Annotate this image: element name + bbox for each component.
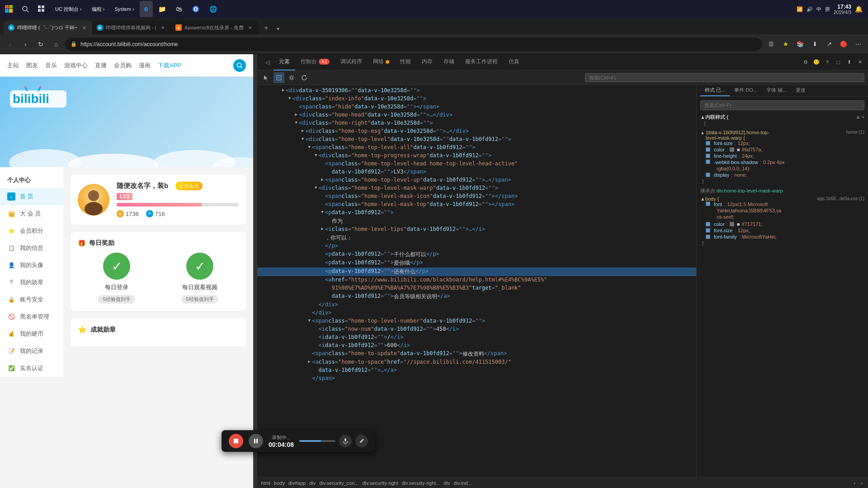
taskbar-app-chrome[interactable] (188, 1, 204, 17)
taskbar-app-system[interactable]: System › (110, 1, 138, 17)
breadcrumb-div2[interactable]: div (444, 480, 450, 486)
devtools-tab-network[interactable]: 网络 (368, 54, 395, 70)
body-color-checkbox[interactable] (706, 222, 710, 226)
toggle-12[interactable]: ▶ (320, 177, 325, 182)
display-checkbox[interactable] (706, 173, 710, 177)
toggle-5[interactable]: ▼ (293, 120, 299, 125)
inline-styles-plus[interactable]: a: + (857, 115, 864, 120)
bili-sidebar-vip[interactable]: 👑 大 会 员 (0, 205, 63, 222)
toggle-34[interactable]: ▶ (307, 359, 312, 364)
browser-tab-2[interactable]: A Apowersoft在线录屏 - 免费 ✕ (171, 21, 258, 34)
code-line-2[interactable]: ▼ <div class = "index-info" data-v-10e32… (257, 95, 696, 103)
recording-pen-button[interactable] (355, 435, 368, 447)
devtools-tab-emulation[interactable]: 仿真 (503, 54, 525, 70)
browser-tab-1[interactable]: B 哔哩哔哩弹幕视频网 - ( ✕ (92, 21, 171, 34)
devtools-resizer[interactable] (253, 54, 257, 488)
breadcrumb-secuity-right[interactable]: div.secuity-right... (402, 480, 440, 486)
new-tab-button[interactable]: + (260, 22, 273, 34)
code-line-20[interactable]: ▶ </p> (257, 242, 696, 250)
bili-nav-home[interactable]: 主站 (7, 60, 19, 71)
reload-button[interactable]: ↻ (34, 38, 47, 51)
recording-stop-button[interactable] (229, 434, 243, 448)
devtools-right-tab-events[interactable]: 事件 DO... (730, 85, 762, 96)
tab-close-1[interactable]: ✕ (159, 24, 166, 31)
breadcrumb-body[interactable]: body (274, 480, 285, 486)
code-line-32[interactable]: ▶ <i data-v-1b0fd912 ="" > 600 </i> (257, 342, 696, 350)
browser-tab-0[interactable]: B 哔哩哔哩 (゜-゜)つロ 干杯~ ✕ (4, 21, 92, 34)
code-line-23[interactable]: ▶ <p data-v-1b0fd912 ="" > 还有什么 </p> (257, 267, 696, 276)
devtools-right-tab-styles[interactable]: 样式 已... (700, 85, 730, 96)
devtools-refresh-tool[interactable] (299, 72, 310, 83)
code-line-10[interactable]: ▶ <span class = "home-top-level-head hom… (257, 160, 696, 168)
devtools-tab-debugger[interactable]: 调试程序 (335, 54, 368, 70)
bili-sidebar-badge[interactable]: 🎖 我的勋章 (0, 274, 63, 291)
bili-sidebar-points[interactable]: ⭐ 会员积分 (0, 222, 63, 239)
devtools-tab-memory[interactable]: 内存 (416, 54, 438, 70)
code-line-1[interactable]: ▶ <div data-v-35019306 ="" data-v-10e325… (257, 87, 696, 95)
bili-sidebar-avatar[interactable]: 👤 我的头像 (0, 257, 63, 274)
bili-sidebar-coins[interactable]: 💰 我的硬币 (0, 325, 63, 343)
devtools-undock-icon[interactable]: ⬆ (844, 58, 854, 67)
code-line-18[interactable]: ▶ <i class = "home-level-tips" data-v-1b… (257, 225, 696, 234)
devtools-tab-elements[interactable]: 元素 (274, 54, 295, 70)
breadcrumb-security-con[interactable]: div.security_con... (319, 480, 359, 486)
devtools-tab-performance[interactable]: 性能 (395, 54, 416, 70)
breadcrumb-prev[interactable]: ‹ (852, 480, 858, 486)
code-line-29[interactable]: ▼ <span class = "home-top-level-number" … (257, 317, 696, 325)
font-size-checkbox[interactable] (706, 141, 710, 145)
taskbar-app-store[interactable]: 🛍 (171, 1, 187, 17)
breadcrumb-divapp[interactable]: div#app (288, 480, 306, 486)
bili-nav-live[interactable]: 直播 (95, 60, 107, 71)
devtools-dock-icon[interactable]: □ (834, 58, 843, 67)
code-line-13[interactable]: ▼ <div class = "home-top-level-mask-warp… (257, 184, 696, 192)
toggle-1[interactable]: ▶ (280, 87, 286, 93)
code-line-3[interactable]: ▶ <span class = "hide" data-v-10e3258d =… (257, 103, 696, 111)
bili-sidebar-blacklist[interactable]: 🚫 黑名单管理 (0, 308, 63, 325)
code-line-27[interactable]: ▶ </div> (257, 301, 696, 309)
taskbar-app-ie[interactable]: e (140, 1, 153, 17)
code-line-31[interactable]: ▶ <i data-v-1b0fd912 ="" > / </i> (257, 333, 696, 342)
toggle-6[interactable]: ▶ (300, 128, 306, 133)
devtools-tab-worker[interactable]: 服务工作进程 (460, 54, 503, 70)
code-line-7[interactable]: ▼ <div class = "home-top-level" data-v-1… (257, 136, 696, 144)
body-fontsize-checkbox[interactable] (706, 228, 710, 233)
bili-nav-download[interactable]: 下载APP (158, 60, 181, 71)
code-line-9[interactable]: ▼ <div class = "home-top-progress-wrap" … (257, 152, 696, 160)
breadcrumb-html[interactable]: html (261, 480, 270, 486)
toggle-2[interactable]: ▼ (287, 95, 292, 101)
devtools-right-tab-changes[interactable]: 更改 (791, 85, 810, 96)
bili-nav-friends[interactable]: 图友 (26, 60, 38, 71)
search-taskbar-button[interactable] (18, 2, 33, 16)
styles-filter-input[interactable] (700, 100, 864, 110)
toggle-8[interactable]: ▼ (307, 144, 312, 150)
breadcrumb-div[interactable]: div (309, 480, 316, 486)
bili-sidebar-verify[interactable]: ✅ 实名认证 (0, 360, 63, 377)
code-line-35[interactable]: ▶ data-v-1b0fd912 ="" > … </a> (257, 366, 696, 375)
color-checkbox[interactable] (706, 147, 710, 152)
taskbar-notification-icon[interactable]: 🔔 (855, 5, 863, 13)
toggle-9[interactable]: ▼ (313, 152, 319, 158)
code-line-6[interactable]: ▶ <div class = "home-top-msg" data-v-10e… (257, 127, 696, 136)
code-line-14[interactable]: ▶ <span class = "home-level-mask-icon" d… (257, 192, 696, 201)
recording-pause-button[interactable] (249, 434, 263, 448)
bili-search-button[interactable] (233, 59, 246, 72)
code-line-5[interactable]: ▼ <div class = "home-right" data-v-10e32… (257, 119, 696, 127)
recording-mic-button[interactable] (339, 435, 352, 447)
taskbar-app-uc[interactable]: UC 控制台 › (51, 1, 86, 17)
extensions-icon[interactable]: ⋯ (852, 38, 864, 51)
breadcrumb-next[interactable]: › (859, 480, 864, 486)
code-line-4[interactable]: ▶ <div class = "home-head" data-v-10e325… (257, 111, 696, 119)
forward-button[interactable]: › (19, 38, 32, 51)
devtools-tab-storage[interactable]: 存储 (438, 54, 460, 70)
favorites-icon[interactable]: ★ (779, 38, 792, 51)
code-line-12[interactable]: ▶ <span class = "home-top-level-up" data… (257, 176, 696, 184)
breadcrumb-security-right[interactable]: div.security-right (362, 480, 398, 486)
devtools-box-tool[interactable] (274, 72, 284, 83)
start-button[interactable] (2, 2, 16, 16)
toggle-13[interactable]: ▼ (313, 185, 319, 190)
download-icon[interactable]: ⬇ (808, 38, 821, 51)
code-line-19[interactable]: ▶ ，你可以： (257, 234, 696, 242)
devtools-settings-icon[interactable]: ⚙ (801, 58, 810, 67)
bili-sidebar-history[interactable]: 📝 我的记录 (0, 343, 63, 360)
bili-nav-manga[interactable]: 漫画 (139, 60, 151, 71)
